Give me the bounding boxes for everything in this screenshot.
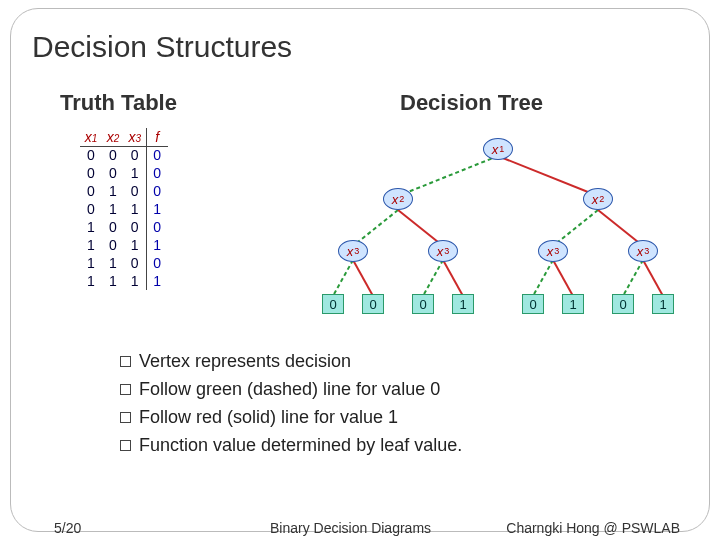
tt-cell: 1 (124, 236, 146, 254)
tt-cell: 0 (146, 218, 168, 236)
tree-leaf: 0 (612, 294, 634, 314)
tt-cell: 1 (124, 164, 146, 182)
tt-cell: 1 (102, 254, 124, 272)
tree-node-x3: x3 (628, 240, 658, 262)
tt-cell: 1 (124, 200, 146, 218)
svg-line-10 (533, 260, 553, 296)
svg-line-1 (498, 156, 593, 194)
footer-center: Binary Decision Diagrams (270, 520, 431, 536)
tt-cell: 0 (124, 254, 146, 272)
tt-cell: 1 (102, 272, 124, 290)
svg-line-6 (333, 260, 353, 296)
tt-cell: 0 (124, 182, 146, 200)
tt-cell: 1 (146, 200, 168, 218)
tt-cell: 0 (124, 146, 146, 164)
th-x1: x1 (80, 128, 102, 146)
checkbox-icon (120, 412, 131, 423)
subhead-decision-tree: Decision Tree (400, 90, 543, 116)
th-x2: x2 (102, 128, 124, 146)
tt-cell: 0 (146, 164, 168, 182)
svg-line-9 (443, 260, 463, 296)
bullet-item: Follow green (dashed) line for value 0 (120, 376, 462, 404)
bullet-item: Function value determined by leaf value. (120, 432, 462, 460)
tt-cell: 0 (80, 200, 102, 218)
th-f: f (146, 128, 168, 146)
bullet-item: Follow red (solid) line for value 1 (120, 404, 462, 432)
bullet-list: Vertex represents decision Follow green … (120, 348, 462, 460)
tt-cell: 0 (102, 146, 124, 164)
svg-line-12 (623, 260, 643, 296)
tt-cell: 0 (102, 164, 124, 182)
bullet-text: Follow green (dashed) line for value 0 (139, 376, 440, 404)
tree-node-x3: x3 (428, 240, 458, 262)
tree-leaf: 1 (562, 294, 584, 314)
bullet-text: Follow red (solid) line for value 1 (139, 404, 398, 432)
slide-title: Decision Structures (32, 30, 292, 64)
svg-line-7 (353, 260, 373, 296)
tree-leaf: 1 (652, 294, 674, 314)
bullet-text: Function value determined by leaf value. (139, 432, 462, 460)
th-x3: x3 (124, 128, 146, 146)
tt-cell: 1 (102, 200, 124, 218)
subhead-truth-table: Truth Table (60, 90, 177, 116)
tree-node-x3: x3 (338, 240, 368, 262)
tt-cell: 0 (146, 254, 168, 272)
tt-cell: 1 (80, 236, 102, 254)
tt-cell: 1 (124, 272, 146, 290)
tt-cell: 0 (80, 146, 102, 164)
tree-node-x2: x2 (383, 188, 413, 210)
footer-author: Charngki Hong @ PSWLAB (506, 520, 680, 536)
tree-leaf: 0 (522, 294, 544, 314)
tt-cell: 0 (146, 182, 168, 200)
tree-leaf: 1 (452, 294, 474, 314)
tt-cell: 0 (102, 236, 124, 254)
truth-table: x1 x2 x3 f 00000010010001111000101111001… (80, 128, 168, 290)
tt-cell: 1 (80, 218, 102, 236)
bullet-text: Vertex represents decision (139, 348, 351, 376)
tt-cell: 0 (80, 182, 102, 200)
tt-cell: 0 (80, 164, 102, 182)
checkbox-icon (120, 356, 131, 367)
tt-cell: 1 (146, 272, 168, 290)
tree-leaf: 0 (362, 294, 384, 314)
tree-leaf: 0 (322, 294, 344, 314)
bullet-item: Vertex represents decision (120, 348, 462, 376)
tt-cell: 1 (146, 236, 168, 254)
checkbox-icon (120, 440, 131, 451)
tt-cell: 1 (102, 182, 124, 200)
svg-line-11 (553, 260, 573, 296)
tree-node-x1: x1 (483, 138, 513, 160)
svg-line-8 (423, 260, 443, 296)
tt-cell: 1 (80, 254, 102, 272)
tree-node-x3: x3 (538, 240, 568, 262)
tree-leaf: 0 (412, 294, 434, 314)
tt-cell: 0 (124, 218, 146, 236)
page-number: 5/20 (54, 520, 81, 536)
checkbox-icon (120, 384, 131, 395)
tt-cell: 0 (102, 218, 124, 236)
decision-tree: x1 x2 x2 x3 x3 x3 x3 00010101 (298, 128, 702, 328)
tt-cell: 0 (146, 146, 168, 164)
svg-line-13 (643, 260, 663, 296)
tt-cell: 1 (80, 272, 102, 290)
tree-node-x2: x2 (583, 188, 613, 210)
svg-line-0 (403, 156, 498, 194)
